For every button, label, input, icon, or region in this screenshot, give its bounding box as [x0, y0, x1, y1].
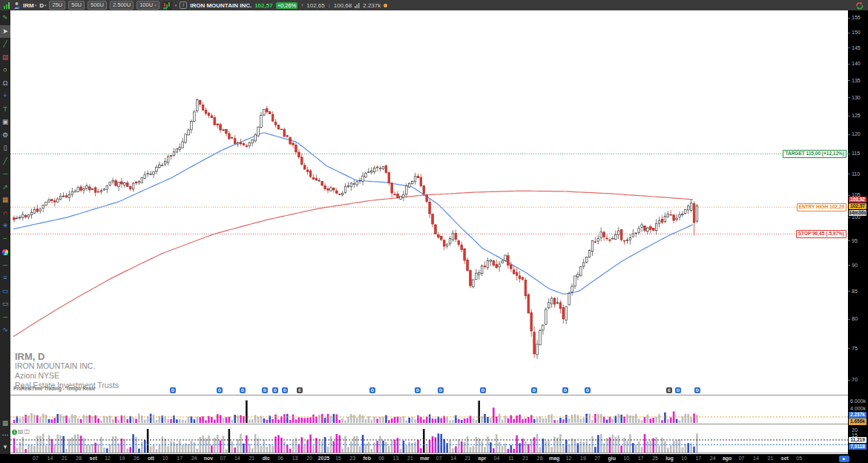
dividend-marker[interactable]: D: [675, 387, 681, 393]
price-tick-label: 110: [852, 171, 860, 177]
watermark: IRM, D IRON MOUNTAIN INC. Azioni NYSE Re…: [15, 352, 119, 390]
axis-tick-mark: [848, 97, 850, 98]
dividend-marker[interactable]: D: [170, 387, 176, 393]
ma-slow-line: [13, 191, 693, 336]
pane-separator[interactable]: [10, 395, 868, 395]
account-icon[interactable]: [13, 1, 20, 9]
move-tool-icon[interactable]: +: [0, 90, 10, 102]
display-settings-icon[interactable]: ▤: [0, 51, 10, 64]
symbol-select[interactable]: IRM▾: [23, 2, 36, 9]
time-axis[interactable]: ▶ 07142128set121926ott101724nov071421dic…: [0, 454, 868, 463]
pattern-icon[interactable]: ✳: [0, 220, 10, 232]
target-level-label[interactable]: TARGET 115,00 (+12,12%): [783, 150, 846, 158]
qty-selected-dropdown[interactable]: 100U ▾: [137, 1, 160, 10]
chevron-down-icon: ▾: [35, 3, 37, 7]
chart-area[interactable]: IRM, D IRON MOUNTAIN INC. Azioni NYSE Re…: [10, 10, 848, 454]
dividend-marker[interactable]: D: [240, 387, 246, 393]
ellipse-icon[interactable]: ▭: [0, 298, 10, 310]
dashed-hline-icon[interactable]: ╌: [0, 233, 10, 246]
rectangle-icon[interactable]: ▭: [0, 285, 10, 298]
indicator-count-badge: 1: [12, 430, 17, 435]
text-tool-icon[interactable]: T: [0, 103, 10, 116]
pane-separator[interactable]: [10, 424, 868, 424]
candlestick-series: [13, 99, 698, 359]
alerts-bell-icon[interactable]: Ω: [0, 77, 10, 90]
qty-button-500u[interactable]: 500U: [88, 1, 107, 10]
qty-button-25u[interactable]: 25U: [49, 1, 65, 10]
dividend-marker[interactable]: D: [694, 387, 700, 393]
hline-icon[interactable]: ─: [0, 259, 10, 272]
timeframe-select[interactable]: D▾: [39, 2, 46, 9]
more-tools-icon[interactable]: ⋯: [0, 429, 10, 441]
trendline-icon[interactable]: ╱: [0, 155, 10, 168]
dividend-marker[interactable]: D: [531, 387, 537, 393]
instrument-name: IRON MOUNTAIN INC.: [190, 2, 251, 9]
arrow-drawing-icon[interactable]: ↗: [0, 181, 10, 194]
collapse-chevron-icon[interactable]: ▾: [0, 441, 10, 453]
price-pane[interactable]: [10, 10, 848, 395]
price-tick-label: 85: [852, 289, 858, 295]
tools-icon[interactable]: ⚙: [0, 129, 10, 142]
day-low: 100,68: [334, 2, 352, 9]
volume-tick-label: 6.000k: [850, 398, 866, 404]
dividend-marker[interactable]: D: [585, 387, 591, 393]
qty-button-2500u[interactable]: 2.500U: [110, 1, 134, 10]
dividend-marker[interactable]: D: [415, 387, 421, 393]
relative-volume-pane[interactable]: [10, 424, 848, 453]
panel-chart-icon[interactable]: ▦: [0, 417, 10, 430]
cursor-tool-icon[interactable]: ➤: [0, 25, 10, 38]
last-price-tag: 102,57: [849, 203, 867, 210]
axis-tick-mark: [848, 33, 850, 33]
volume-tick-label: 4.000k: [850, 406, 866, 412]
dividend-marker[interactable]: D: [272, 387, 278, 393]
draw-pencil-icon[interactable]: ✎: [0, 12, 10, 24]
axis-tick-mark: [848, 291, 850, 292]
dividend-marker[interactable]: D: [282, 387, 288, 393]
price-axis[interactable]: 1551501451401351301251201151101051009590…: [848, 10, 868, 454]
axis-tick-mark: [848, 116, 850, 116]
earnings-marker[interactable]: E: [666, 387, 672, 393]
volume-pane[interactable]: [10, 395, 848, 423]
line2-icon[interactable]: ─: [0, 311, 10, 324]
fibonacci-icon[interactable]: ≡: [0, 272, 10, 284]
scroll-to-latest-button[interactable]: ▶: [839, 456, 849, 462]
pane-page-icon[interactable]: ◫: [24, 429, 30, 435]
zoom-icon[interactable]: ○: [0, 64, 10, 76]
color-wheel-icon[interactable]: [0, 246, 10, 258]
multi-chart-icon[interactable]: ▦: [0, 194, 10, 206]
refresh-icon[interactable]: [855, 1, 864, 10]
arrow-up-icon: ↑: [300, 2, 303, 9]
ma-fast-line: [13, 133, 693, 294]
watermark-market: Azioni NYSE: [15, 371, 119, 381]
price-tick-label: 150: [852, 30, 861, 36]
pane-indicator-controls[interactable]: 1 ▤ ◫: [12, 429, 34, 435]
price-chart-icon[interactable]: [3, 1, 10, 9]
qty-button-50u[interactable]: 50U: [68, 1, 85, 10]
delete-trash-icon[interactable]: ▯: [0, 142, 10, 154]
dividend-marker[interactable]: D: [480, 387, 486, 393]
chart-type-caret-icon[interactable]: ▾: [175, 3, 177, 7]
dividend-marker[interactable]: D: [438, 387, 444, 393]
price-tick-label: 80: [852, 316, 858, 322]
duplicate-icon[interactable]: ▣: [0, 116, 10, 128]
zigzag-icon[interactable]: ∿: [0, 324, 10, 336]
segment-icon[interactable]: ─: [0, 168, 10, 180]
earnings-marker[interactable]: E: [297, 387, 303, 393]
price-tick-label: 70: [852, 377, 858, 383]
ruler-icon[interactable]: ╱: [0, 38, 10, 50]
chart-type-icon[interactable]: [162, 1, 172, 10]
dividend-marker[interactable]: D: [217, 387, 223, 393]
chevron-down-icon: ▾: [45, 3, 47, 7]
pane-separator[interactable]: [10, 453, 868, 453]
axis-tick-mark: [848, 348, 850, 349]
change-percent-badge: +0,26%: [276, 2, 298, 9]
entry-level-label[interactable]: ENTRY HIGH 102,29: [797, 203, 846, 211]
dividend-marker[interactable]: D: [562, 387, 568, 393]
stop-level-label[interactable]: STOP 96,45 (-5,97%): [796, 230, 846, 238]
dividend-marker[interactable]: D: [369, 387, 375, 393]
info-icon[interactable]: i: [180, 1, 187, 9]
magnet-icon[interactable]: ∩: [0, 207, 10, 220]
chevron-down-icon: ▾: [154, 3, 157, 7]
pane-grid-icon[interactable]: ▤: [18, 429, 24, 435]
dividend-marker[interactable]: D: [262, 387, 268, 393]
